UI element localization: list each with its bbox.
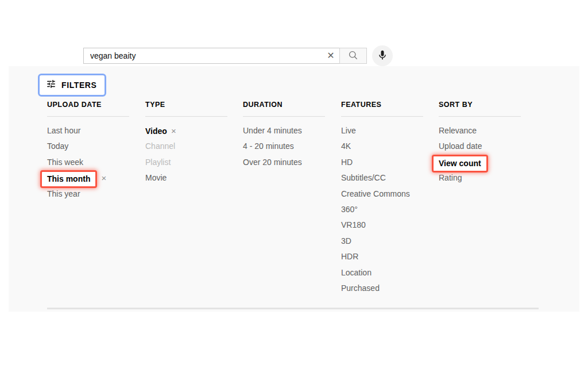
sort-option-view-count[interactable]: View count	[439, 155, 537, 170]
filter-option-this-month[interactable]: This month ×	[47, 170, 145, 186]
column-duration: DURATION Under 4 minutes 4 - 20 minutes …	[243, 101, 341, 296]
search-button[interactable]	[339, 48, 367, 64]
filter-option-over-20-minutes[interactable]: Over 20 minutes	[243, 155, 341, 170]
red-highlight-box: View count	[432, 155, 488, 172]
filter-option-last-hour[interactable]: Last hour	[47, 123, 145, 139]
filters-button[interactable]: FILTERS	[38, 74, 106, 97]
filter-option-under-4-minutes[interactable]: Under 4 minutes	[243, 123, 341, 139]
sort-option-rating[interactable]: Rating	[439, 170, 537, 186]
sort-option-relevance[interactable]: Relevance	[439, 123, 537, 139]
column-header: UPLOAD DATE	[47, 101, 129, 117]
sort-option-label: View count	[439, 156, 481, 171]
filter-option-label: Video	[145, 126, 167, 136]
filter-option-purchased[interactable]: Purchased	[341, 281, 439, 296]
microphone-icon	[377, 49, 388, 63]
filter-option-live[interactable]: Live	[341, 123, 439, 139]
filter-option-channel: Channel	[145, 139, 243, 154]
column-features: FEATURES Live 4K HD Subtitles/CC Creativ…	[341, 101, 439, 296]
filters-button-label: FILTERS	[61, 80, 97, 90]
column-upload-date: UPLOAD DATE Last hour Today This week Th…	[47, 101, 145, 296]
column-header: SORT BY	[439, 101, 521, 117]
filter-option-hd[interactable]: HD	[341, 155, 439, 170]
filter-option-subtitles-cc[interactable]: Subtitles/CC	[341, 170, 439, 186]
filter-option-3d[interactable]: 3D	[341, 233, 439, 249]
column-sort-by: SORT BY Relevance Upload date View count…	[439, 101, 537, 296]
filter-option-creative-commons[interactable]: Creative Commons	[341, 186, 439, 202]
red-highlight-box: This month	[40, 170, 97, 188]
filter-option-vr180[interactable]: VR180	[341, 217, 439, 233]
filter-option-this-year[interactable]: This year	[47, 186, 145, 202]
magnifier-icon	[347, 49, 359, 63]
sort-option-upload-date[interactable]: Upload date	[439, 139, 537, 154]
filter-option-4-20-minutes[interactable]: 4 - 20 minutes	[243, 139, 341, 154]
column-header: TYPE	[145, 101, 227, 117]
filter-option-playlist: Playlist	[145, 155, 243, 170]
filter-option-movie[interactable]: Movie	[145, 170, 243, 186]
column-type: TYPE Video× Channel Playlist Movie	[145, 101, 243, 296]
filter-option-4k[interactable]: 4K	[341, 139, 439, 154]
filter-option-video[interactable]: Video×	[145, 123, 243, 139]
filters-panel: FILTERS UPLOAD DATE Last hour Today This…	[9, 66, 579, 312]
remove-filter-icon[interactable]: ×	[171, 126, 176, 136]
search-box: ✕	[83, 48, 340, 64]
filter-option-label: This month	[47, 171, 90, 187]
column-header: FEATURES	[341, 101, 423, 117]
search-bar: ✕	[83, 48, 393, 64]
search-input[interactable]	[84, 49, 322, 63]
filter-option-hdr[interactable]: HDR	[341, 249, 439, 264]
filter-option-today[interactable]: Today	[47, 139, 145, 154]
column-header: DURATION	[243, 101, 325, 117]
panel-bottom-divider	[47, 308, 539, 309]
close-icon[interactable]: ✕	[322, 48, 339, 63]
tune-icon	[46, 79, 56, 91]
remove-filter-icon[interactable]: ×	[101, 173, 106, 183]
filter-option-360[interactable]: 360°	[341, 202, 439, 217]
filter-option-this-week[interactable]: This week	[47, 155, 145, 170]
filter-columns: UPLOAD DATE Last hour Today This week Th…	[47, 101, 537, 296]
microphone-button[interactable]	[372, 45, 393, 66]
filter-option-location[interactable]: Location	[341, 265, 439, 281]
